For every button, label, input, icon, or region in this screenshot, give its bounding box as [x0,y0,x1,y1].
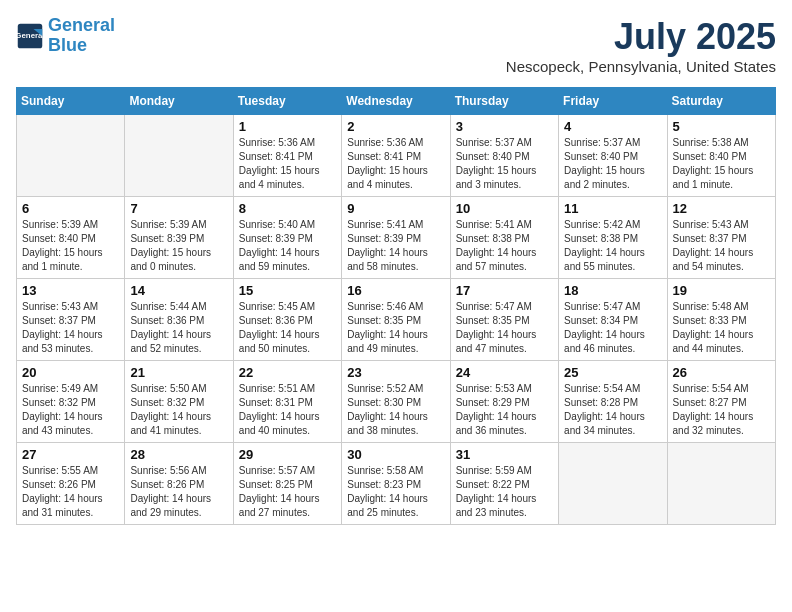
calendar-day-cell: 25Sunrise: 5:54 AM Sunset: 8:28 PM Dayli… [559,361,667,443]
day-info: Sunrise: 5:44 AM Sunset: 8:36 PM Dayligh… [130,300,227,356]
day-info: Sunrise: 5:48 AM Sunset: 8:33 PM Dayligh… [673,300,770,356]
calendar-day-cell [125,115,233,197]
calendar-day-cell: 18Sunrise: 5:47 AM Sunset: 8:34 PM Dayli… [559,279,667,361]
logo: General GeneralBlue [16,16,115,56]
calendar-day-cell: 23Sunrise: 5:52 AM Sunset: 8:30 PM Dayli… [342,361,450,443]
calendar-day-header: Wednesday [342,88,450,115]
calendar-day-cell: 9Sunrise: 5:41 AM Sunset: 8:39 PM Daylig… [342,197,450,279]
day-number: 24 [456,365,553,380]
calendar-day-cell: 27Sunrise: 5:55 AM Sunset: 8:26 PM Dayli… [17,443,125,525]
day-number: 25 [564,365,661,380]
day-number: 26 [673,365,770,380]
day-number: 2 [347,119,444,134]
day-number: 19 [673,283,770,298]
day-info: Sunrise: 5:54 AM Sunset: 8:27 PM Dayligh… [673,382,770,438]
calendar-day-cell: 12Sunrise: 5:43 AM Sunset: 8:37 PM Dayli… [667,197,775,279]
calendar-day-header: Thursday [450,88,558,115]
calendar-day-cell: 13Sunrise: 5:43 AM Sunset: 8:37 PM Dayli… [17,279,125,361]
day-info: Sunrise: 5:58 AM Sunset: 8:23 PM Dayligh… [347,464,444,520]
calendar-day-cell: 19Sunrise: 5:48 AM Sunset: 8:33 PM Dayli… [667,279,775,361]
day-number: 8 [239,201,336,216]
day-number: 23 [347,365,444,380]
day-number: 14 [130,283,227,298]
calendar-day-cell: 2Sunrise: 5:36 AM Sunset: 8:41 PM Daylig… [342,115,450,197]
day-number: 31 [456,447,553,462]
day-number: 11 [564,201,661,216]
calendar-day-cell: 24Sunrise: 5:53 AM Sunset: 8:29 PM Dayli… [450,361,558,443]
day-number: 15 [239,283,336,298]
calendar-day-cell: 22Sunrise: 5:51 AM Sunset: 8:31 PM Dayli… [233,361,341,443]
calendar-day-cell: 3Sunrise: 5:37 AM Sunset: 8:40 PM Daylig… [450,115,558,197]
calendar-day-header: Sunday [17,88,125,115]
calendar-day-header: Tuesday [233,88,341,115]
calendar-title: July 2025 [506,16,776,58]
calendar-day-cell: 4Sunrise: 5:37 AM Sunset: 8:40 PM Daylig… [559,115,667,197]
day-info: Sunrise: 5:38 AM Sunset: 8:40 PM Dayligh… [673,136,770,192]
day-info: Sunrise: 5:52 AM Sunset: 8:30 PM Dayligh… [347,382,444,438]
calendar-day-cell: 26Sunrise: 5:54 AM Sunset: 8:27 PM Dayli… [667,361,775,443]
calendar-day-cell: 10Sunrise: 5:41 AM Sunset: 8:38 PM Dayli… [450,197,558,279]
calendar-day-header: Friday [559,88,667,115]
calendar-day-cell: 6Sunrise: 5:39 AM Sunset: 8:40 PM Daylig… [17,197,125,279]
calendar-day-cell: 14Sunrise: 5:44 AM Sunset: 8:36 PM Dayli… [125,279,233,361]
calendar-table: SundayMondayTuesdayWednesdayThursdayFrid… [16,87,776,525]
day-info: Sunrise: 5:37 AM Sunset: 8:40 PM Dayligh… [564,136,661,192]
day-number: 28 [130,447,227,462]
calendar-day-cell: 8Sunrise: 5:40 AM Sunset: 8:39 PM Daylig… [233,197,341,279]
day-number: 30 [347,447,444,462]
day-number: 22 [239,365,336,380]
calendar-day-cell: 16Sunrise: 5:46 AM Sunset: 8:35 PM Dayli… [342,279,450,361]
day-number: 12 [673,201,770,216]
page-header: General GeneralBlue July 2025 Nescopeck,… [16,16,776,75]
calendar-day-cell [667,443,775,525]
calendar-day-header: Monday [125,88,233,115]
day-number: 17 [456,283,553,298]
day-info: Sunrise: 5:53 AM Sunset: 8:29 PM Dayligh… [456,382,553,438]
calendar-day-cell: 5Sunrise: 5:38 AM Sunset: 8:40 PM Daylig… [667,115,775,197]
day-number: 13 [22,283,119,298]
day-number: 16 [347,283,444,298]
day-number: 9 [347,201,444,216]
day-info: Sunrise: 5:39 AM Sunset: 8:39 PM Dayligh… [130,218,227,274]
day-info: Sunrise: 5:54 AM Sunset: 8:28 PM Dayligh… [564,382,661,438]
day-info: Sunrise: 5:59 AM Sunset: 8:22 PM Dayligh… [456,464,553,520]
calendar-day-cell: 1Sunrise: 5:36 AM Sunset: 8:41 PM Daylig… [233,115,341,197]
day-number: 21 [130,365,227,380]
day-number: 4 [564,119,661,134]
calendar-day-cell: 29Sunrise: 5:57 AM Sunset: 8:25 PM Dayli… [233,443,341,525]
day-info: Sunrise: 5:47 AM Sunset: 8:35 PM Dayligh… [456,300,553,356]
day-number: 7 [130,201,227,216]
day-info: Sunrise: 5:46 AM Sunset: 8:35 PM Dayligh… [347,300,444,356]
calendar-day-cell: 7Sunrise: 5:39 AM Sunset: 8:39 PM Daylig… [125,197,233,279]
day-info: Sunrise: 5:43 AM Sunset: 8:37 PM Dayligh… [22,300,119,356]
title-block: July 2025 Nescopeck, Pennsylvania, Unite… [506,16,776,75]
day-number: 27 [22,447,119,462]
day-info: Sunrise: 5:41 AM Sunset: 8:39 PM Dayligh… [347,218,444,274]
day-number: 3 [456,119,553,134]
day-info: Sunrise: 5:37 AM Sunset: 8:40 PM Dayligh… [456,136,553,192]
day-info: Sunrise: 5:40 AM Sunset: 8:39 PM Dayligh… [239,218,336,274]
calendar-week-row: 13Sunrise: 5:43 AM Sunset: 8:37 PM Dayli… [17,279,776,361]
logo-text: GeneralBlue [48,16,115,56]
calendar-day-cell [559,443,667,525]
day-info: Sunrise: 5:55 AM Sunset: 8:26 PM Dayligh… [22,464,119,520]
calendar-week-row: 27Sunrise: 5:55 AM Sunset: 8:26 PM Dayli… [17,443,776,525]
day-info: Sunrise: 5:36 AM Sunset: 8:41 PM Dayligh… [239,136,336,192]
day-info: Sunrise: 5:42 AM Sunset: 8:38 PM Dayligh… [564,218,661,274]
day-info: Sunrise: 5:39 AM Sunset: 8:40 PM Dayligh… [22,218,119,274]
calendar-day-cell: 30Sunrise: 5:58 AM Sunset: 8:23 PM Dayli… [342,443,450,525]
calendar-week-row: 6Sunrise: 5:39 AM Sunset: 8:40 PM Daylig… [17,197,776,279]
day-info: Sunrise: 5:50 AM Sunset: 8:32 PM Dayligh… [130,382,227,438]
day-number: 20 [22,365,119,380]
logo-icon: General [16,22,44,50]
day-info: Sunrise: 5:36 AM Sunset: 8:41 PM Dayligh… [347,136,444,192]
day-number: 10 [456,201,553,216]
day-number: 18 [564,283,661,298]
calendar-day-cell: 17Sunrise: 5:47 AM Sunset: 8:35 PM Dayli… [450,279,558,361]
calendar-day-cell: 20Sunrise: 5:49 AM Sunset: 8:32 PM Dayli… [17,361,125,443]
calendar-header-row: SundayMondayTuesdayWednesdayThursdayFrid… [17,88,776,115]
calendar-day-cell: 15Sunrise: 5:45 AM Sunset: 8:36 PM Dayli… [233,279,341,361]
day-info: Sunrise: 5:41 AM Sunset: 8:38 PM Dayligh… [456,218,553,274]
day-info: Sunrise: 5:51 AM Sunset: 8:31 PM Dayligh… [239,382,336,438]
calendar-day-header: Saturday [667,88,775,115]
